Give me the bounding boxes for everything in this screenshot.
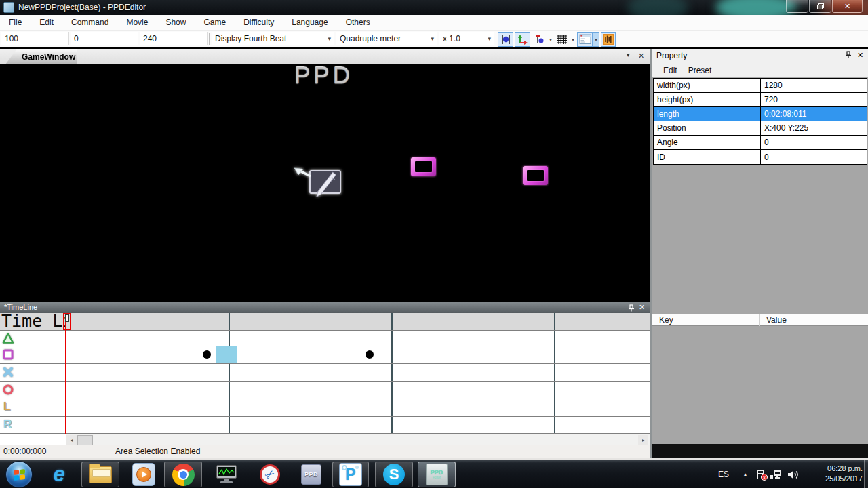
property-row[interactable]: Angle0 bbox=[654, 136, 867, 150]
menu-edit[interactable]: Edit bbox=[31, 18, 62, 27]
menu-game[interactable]: Game bbox=[195, 18, 235, 27]
taskbar-snipping-tool-button[interactable]: ✂ bbox=[254, 462, 286, 487]
lane-divider bbox=[0, 363, 650, 364]
property-row[interactable]: ID0 bbox=[654, 150, 867, 164]
lane-divider bbox=[0, 346, 650, 346]
selected-timeline-cell[interactable] bbox=[216, 346, 237, 363]
restore-button[interactable] bbox=[809, 0, 831, 13]
start-button[interactable] bbox=[5, 461, 33, 488]
game-viewport[interactable]: PPD bbox=[0, 64, 650, 302]
toolbar-field-3[interactable] bbox=[140, 32, 208, 45]
tab-gamewindow[interactable]: GameWindow bbox=[5, 49, 77, 64]
menu-language[interactable]: Language bbox=[283, 18, 336, 27]
toolbar-field-2[interactable] bbox=[71, 32, 138, 45]
menu-difficulty[interactable]: Difficulty bbox=[235, 18, 283, 27]
restore-icon bbox=[817, 3, 823, 9]
property-row-selected[interactable]: length0:02:08:011 bbox=[654, 107, 867, 121]
chrome-icon bbox=[172, 464, 195, 486]
edit-cursor-icon bbox=[292, 166, 346, 204]
taskbar-explorer-button[interactable] bbox=[81, 462, 119, 487]
minimize-button[interactable]: – bbox=[786, 0, 808, 13]
taskbar-project-diva-button[interactable]: P bbox=[332, 462, 369, 487]
pin-icon[interactable] bbox=[628, 304, 635, 312]
property-menu-preset[interactable]: Preset bbox=[688, 66, 712, 75]
property-close-button[interactable]: ✕ bbox=[857, 51, 863, 60]
show-desktop-button[interactable] bbox=[864, 460, 868, 488]
playhead-marker[interactable] bbox=[63, 313, 71, 330]
timeline-close-button[interactable]: ✕ bbox=[639, 303, 645, 312]
tray-expand-icon[interactable]: ▲ bbox=[739, 460, 751, 488]
internet-explorer-icon: e bbox=[53, 462, 64, 487]
property-key: Position bbox=[654, 121, 760, 135]
waveform-icon bbox=[603, 34, 614, 45]
property-value[interactable]: 720 bbox=[760, 93, 867, 106]
playhead-line[interactable] bbox=[65, 313, 66, 434]
timeline-scrollbar[interactable]: ◂ ▸ bbox=[0, 434, 650, 445]
mini-timeline-window-dropdown[interactable]: ▾ bbox=[593, 32, 599, 47]
taskbar-resource-monitor-button[interactable] bbox=[210, 462, 243, 487]
property-row[interactable]: PositionX:400 Y:225 bbox=[654, 121, 867, 136]
beat-display-value: Display Fourth Beat bbox=[215, 34, 286, 43]
property-key: height(px) bbox=[654, 93, 760, 106]
property-row[interactable]: height(px)720 bbox=[654, 93, 867, 107]
taskbar-media-player-button[interactable] bbox=[129, 462, 159, 487]
menu-others[interactable]: Others bbox=[337, 18, 379, 27]
action-center-flag-icon[interactable]: ✕ bbox=[754, 460, 768, 488]
lane-icon-r: R bbox=[3, 418, 16, 431]
grid-dropdown[interactable]: ▾ bbox=[570, 32, 576, 47]
property-value[interactable]: 0 bbox=[760, 136, 867, 149]
property-value[interactable]: 0 bbox=[760, 150, 867, 164]
menu-show[interactable]: Show bbox=[157, 18, 195, 27]
taskbar-ppd-editor-button[interactable]: PPD editor bbox=[418, 462, 456, 487]
taskbar-ppd-button[interactable]: PPD bbox=[297, 462, 326, 487]
property-table: width(px)1280 height(px)720 length0:02:0… bbox=[653, 78, 867, 165]
taskbar-skype-button[interactable]: S bbox=[375, 462, 413, 487]
beat-display-select[interactable]: Display Fourth Beat ▾ bbox=[212, 32, 334, 45]
taskbar-internet-explorer-button[interactable]: e bbox=[43, 462, 75, 487]
timeline-note-marker[interactable] bbox=[366, 350, 374, 359]
property-panel-header: Property ✕ bbox=[652, 49, 868, 63]
lane-divider bbox=[0, 416, 650, 417]
language-indicator[interactable]: ES bbox=[713, 460, 734, 488]
meter-select[interactable]: Quadruple meter ▾ bbox=[336, 32, 437, 45]
scrollbar-thumb[interactable] bbox=[77, 435, 93, 445]
clock[interactable]: 06:28 p.m. 25/05/2017 bbox=[800, 464, 863, 484]
menu-file[interactable]: File bbox=[0, 18, 31, 27]
property-row[interactable]: width(px)1280 bbox=[654, 79, 867, 93]
menu-movie[interactable]: Movie bbox=[117, 18, 157, 27]
toolbar-separator bbox=[209, 33, 210, 45]
menu-command[interactable]: Command bbox=[62, 18, 117, 27]
mini-timeline-window-icon bbox=[579, 34, 591, 45]
note-center-button[interactable] bbox=[498, 32, 513, 47]
tab-close-button[interactable]: ✕ bbox=[638, 52, 644, 60]
timeline-note-marker[interactable] bbox=[203, 350, 211, 359]
taskbar-chrome-button[interactable] bbox=[164, 462, 202, 487]
media-player-icon bbox=[132, 463, 155, 486]
timeline-pin-button[interactable] bbox=[532, 32, 547, 47]
volume-icon[interactable] bbox=[785, 460, 800, 488]
property-value[interactable]: 1280 bbox=[760, 79, 867, 92]
pin-icon[interactable] bbox=[845, 51, 852, 58]
tab-list-dropdown[interactable]: ▾ bbox=[627, 52, 630, 58]
move-axes-button[interactable] bbox=[515, 32, 530, 47]
timeline-grid[interactable]: Time Li L R bbox=[0, 313, 650, 434]
timeline-pin-dropdown[interactable]: ▾ bbox=[547, 32, 554, 47]
toolbar-separator bbox=[496, 33, 496, 45]
kv-key-header: Key bbox=[659, 315, 673, 325]
scroll-left-button[interactable]: ◂ bbox=[66, 435, 77, 445]
chevron-down-icon: ▾ bbox=[595, 37, 597, 43]
clock-date: 25/05/2017 bbox=[800, 474, 863, 484]
zoom-select[interactable]: x 1.0 ▾ bbox=[439, 32, 494, 45]
toolbar-field-1[interactable] bbox=[1, 32, 69, 45]
property-menu-edit[interactable]: Edit bbox=[663, 66, 677, 75]
close-button[interactable]: ✕ bbox=[832, 0, 863, 13]
property-value[interactable]: X:400 Y:225 bbox=[760, 121, 867, 135]
network-icon[interactable] bbox=[769, 460, 784, 488]
scroll-right-button[interactable]: ▸ bbox=[638, 435, 648, 445]
property-value[interactable]: 0:02:08:011 bbox=[760, 107, 867, 121]
ppd-icon: PPD bbox=[301, 464, 321, 485]
mini-timeline-window-button[interactable] bbox=[577, 32, 593, 47]
grid-button[interactable] bbox=[554, 32, 570, 47]
waveform-button[interactable] bbox=[601, 32, 616, 47]
lane-icon-triangle bbox=[2, 332, 14, 344]
